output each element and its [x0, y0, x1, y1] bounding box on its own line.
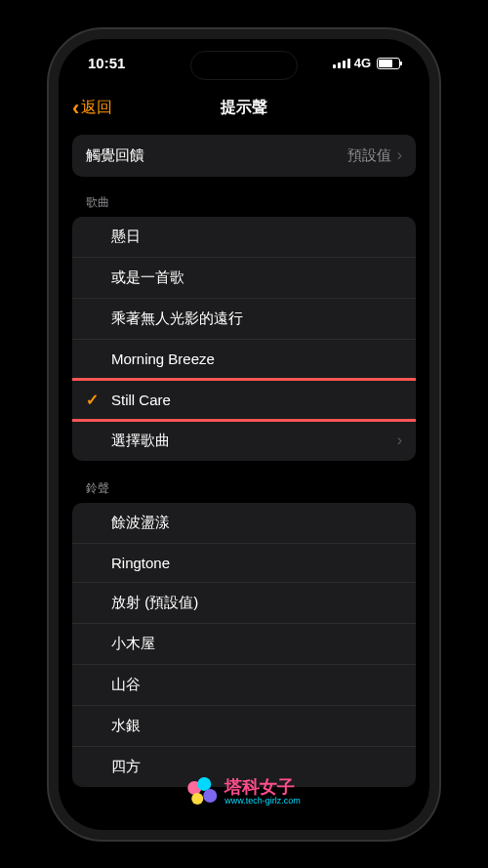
song-item[interactable]: 選擇歌曲› [72, 421, 416, 461]
ringtone-label: Ringtone [111, 555, 170, 571]
song-label: 乘著無人光影的遠行 [111, 310, 243, 328]
watermark-url: www.tech-girlz.com [224, 796, 301, 806]
ringtones-section-header: 鈴聲 [72, 480, 416, 503]
phone-frame: 10:51 4G ‹ 返回 提示聲 [49, 29, 439, 840]
ringtone-label: 小木屋 [111, 635, 155, 653]
ringtone-item[interactable]: 餘波盪漾 [72, 503, 416, 544]
chevron-right-icon: › [397, 146, 402, 164]
ringtone-label: 水銀 [111, 717, 141, 735]
song-label: Morning Breeze [111, 351, 215, 367]
song-label: 懸日 [111, 227, 141, 246]
ringtone-item[interactable]: 小木屋 [72, 624, 416, 665]
watermark-logo-icon [187, 777, 219, 808]
watermark-title: 塔科女子 [224, 778, 301, 796]
song-label: 選擇歌曲 [111, 432, 170, 450]
checkmark-icon: ✓ [86, 391, 99, 409]
haptic-feedback-row[interactable]: 觸覺回饋 預設值 › [72, 135, 416, 177]
battery-icon [377, 58, 400, 69]
song-item[interactable]: ✓Still Care [72, 378, 416, 422]
chevron-left-icon: ‹ [72, 96, 79, 121]
dynamic-island [190, 51, 298, 80]
ringtones-list: 餘波盪漾Ringtone放射 (預設值)小木屋山谷水銀四方 [72, 503, 416, 787]
song-item[interactable]: 懸日 [72, 217, 416, 258]
song-label: Still Care [111, 392, 171, 408]
status-time: 10:51 [88, 55, 125, 71]
status-bar: 10:51 4G [59, 39, 429, 88]
song-item[interactable]: 乘著無人光影的遠行 [72, 299, 416, 340]
network-label: 4G [354, 56, 371, 70]
content: 觸覺回饋 預設值 › 歌曲 懸日或是一首歌乘著無人光影的遠行Morning Br… [59, 135, 429, 787]
song-label: 或是一首歌 [111, 269, 184, 287]
songs-section-header: 歌曲 [72, 194, 416, 217]
ringtone-label: 四方 [111, 758, 141, 776]
ringtone-item[interactable]: Ringtone [72, 544, 416, 583]
status-indicators: 4G [333, 56, 400, 70]
ringtone-label: 放射 (預設值) [111, 594, 198, 612]
back-button[interactable]: ‹ 返回 [72, 96, 112, 121]
song-item[interactable]: Morning Breeze [72, 340, 416, 379]
watermark: 塔科女子 www.tech-girlz.com [187, 777, 301, 808]
ringtone-item[interactable]: 水銀 [72, 706, 416, 747]
songs-list: 懸日或是一首歌乘著無人光影的遠行Morning Breeze✓Still Car… [72, 217, 416, 461]
phone-screen: 10:51 4G ‹ 返回 提示聲 [59, 39, 429, 830]
ringtone-item[interactable]: 放射 (預設值) [72, 583, 416, 624]
ringtone-label: 餘波盪漾 [111, 514, 170, 532]
signal-icon [333, 59, 350, 68]
haptic-label: 觸覺回饋 [86, 146, 144, 165]
nav-header: ‹ 返回 提示聲 [59, 88, 429, 135]
ringtone-item[interactable]: 山谷 [72, 665, 416, 706]
page-title: 提示聲 [221, 98, 267, 118]
haptic-value: 預設值 › [347, 146, 402, 165]
ringtone-label: 山谷 [111, 676, 141, 694]
back-label: 返回 [81, 98, 112, 118]
song-item[interactable]: 或是一首歌 [72, 258, 416, 299]
chevron-right-icon: › [397, 432, 402, 449]
